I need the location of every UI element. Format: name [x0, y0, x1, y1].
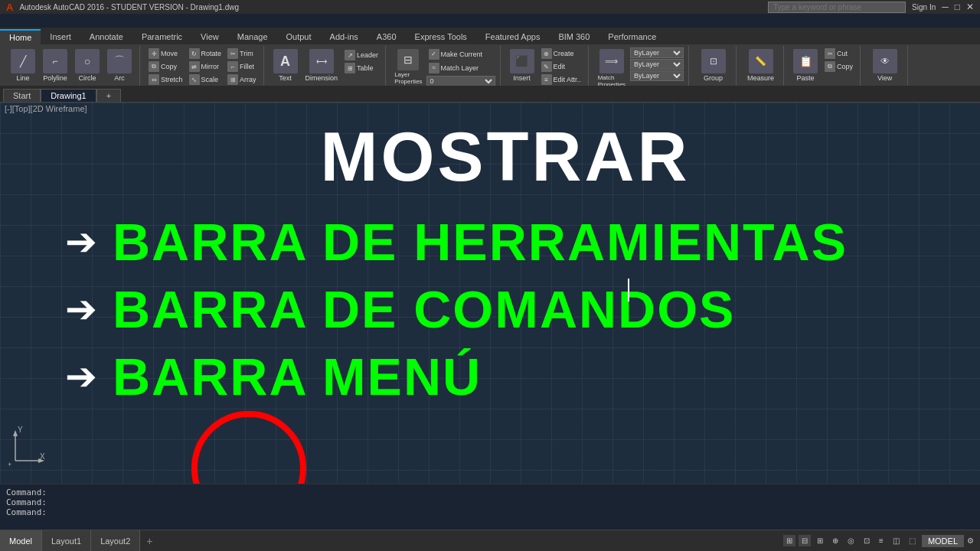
trim-button[interactable]: ✂Trim — [225, 47, 259, 60]
text-cursor — [628, 279, 629, 302]
add-tab-button[interactable]: + — [96, 89, 121, 102]
paste-button[interactable]: 📋 Paste — [790, 47, 821, 83]
match-layer-button[interactable]: ≈Match Layer — [426, 62, 495, 74]
doc-tabs: Start Drawing1 + — [0, 86, 980, 103]
text-button[interactable]: A Text — [270, 47, 301, 83]
bullet-item-1: ➔ BARRA DE HERRAMIENTAS — [65, 212, 946, 272]
title-bar: A Autodesk AutoCAD 2016 - STUDENT VERSIO… — [0, 0, 980, 14]
maximize-button[interactable]: □ — [955, 2, 960, 12]
move-button[interactable]: ✛Move — [146, 47, 185, 60]
layout1-tab[interactable]: Layout1 — [42, 530, 91, 551]
tab-featured[interactable]: Featured Apps — [476, 29, 550, 44]
array-button[interactable]: ⊞Array — [225, 73, 259, 86]
command-line-1: Command: — [6, 487, 974, 497]
match-properties-button[interactable]: ⟹ MatchProperties — [595, 47, 629, 90]
mirror-button[interactable]: ⇌Mirror — [187, 60, 224, 73]
polar-toggle[interactable]: ⊕ — [829, 535, 841, 546]
drawing1-tab[interactable]: Drawing1 — [41, 89, 96, 102]
osnap-toggle[interactable]: ◎ — [844, 535, 858, 546]
viewport-label: [-][Top][2D Wireframe] — [5, 104, 87, 113]
edit-button[interactable]: ✎Edit — [539, 60, 583, 73]
table-button[interactable]: ⊞Table — [342, 62, 381, 74]
tab-a360[interactable]: A360 — [368, 29, 406, 44]
svg-text:X: X — [40, 452, 45, 461]
line-button[interactable]: ╱ Line — [8, 47, 38, 83]
copy-button[interactable]: ⧉Copy — [146, 60, 185, 73]
tab-output[interactable]: Output — [277, 29, 321, 44]
fillet-button[interactable]: ⌐Fillet — [225, 60, 259, 73]
lineweight-toggle[interactable]: ≡ — [876, 535, 887, 546]
copy-clip-button[interactable]: ⧉Copy — [822, 60, 855, 73]
insert-button[interactable]: ⬛ Insert — [507, 47, 537, 83]
cut-button[interactable]: ✂Cut — [822, 47, 855, 60]
transparency-toggle[interactable]: ◫ — [890, 535, 903, 546]
start-tab[interactable]: Start — [3, 89, 41, 102]
tab-insert[interactable]: Insert — [41, 29, 80, 44]
tab-express[interactable]: Express Tools — [406, 29, 476, 44]
bylayer-linetype-selector[interactable]: ByLayer — [630, 59, 684, 70]
bullet-text-3: BARRA MENÚ — [113, 347, 482, 406]
tab-addins[interactable]: Add-ins — [321, 29, 368, 44]
snap-toggle[interactable]: ⊞ — [783, 535, 795, 546]
create-button[interactable]: ⊕Create — [539, 47, 583, 60]
bullet-text-2: BARRA DE COMANDOS — [113, 279, 735, 339]
tab-bim360[interactable]: BIM 360 — [549, 29, 599, 44]
bylayer-lineweight-selector[interactable]: ByLayer — [630, 70, 684, 81]
view-button[interactable]: 👁 View — [870, 47, 900, 83]
tab-manage[interactable]: Manage — [228, 29, 277, 44]
tab-performance[interactable]: Performance — [599, 29, 665, 44]
bylayer-color-selector[interactable]: ByLayer — [630, 47, 684, 58]
command-lines: Command: Command: Command: — [0, 484, 980, 520]
bullet-text-1: BARRA DE HERRAMIENTAS — [113, 212, 848, 272]
sign-in-button[interactable]: Sign In — [912, 3, 936, 11]
polyline-button[interactable]: ⌐ Polyline — [40, 47, 70, 83]
group-button[interactable]: ⊡ Group — [698, 47, 729, 83]
ribbon-tabs: Home Insert Annotate Parametric View Man… — [0, 28, 980, 44]
tab-parametric[interactable]: Parametric — [132, 29, 191, 44]
arrow-icon-1: ➔ — [65, 223, 97, 261]
tab-home[interactable]: Home — [0, 29, 41, 44]
main-content-area: MOSTRAR ➔ BARRA DE HERRAMIENTAS ➔ BARRA … — [0, 118, 980, 414]
minimize-button[interactable]: ─ — [942, 2, 949, 12]
model-tab[interactable]: Model — [0, 530, 42, 551]
workspace-settings[interactable]: ⚙ — [967, 536, 974, 545]
dynamic-toggle[interactable]: ⊡ — [861, 535, 873, 546]
arrow-icon-3: ➔ — [65, 357, 97, 396]
command-area: Command: Command: Command: — [0, 484, 980, 530]
svg-text:+: + — [8, 461, 11, 468]
scale-button[interactable]: ⤡Scale — [187, 73, 224, 86]
selection-toggle[interactable]: ⬚ — [906, 535, 919, 546]
tab-view[interactable]: View — [191, 29, 228, 44]
arrow-icon-2: ➔ — [65, 290, 97, 328]
title-text: Autodesk AutoCAD 2016 - STUDENT VERSION … — [19, 3, 239, 11]
layer-selector[interactable]: 0 — [426, 76, 495, 86]
model-button[interactable]: MODEL — [922, 535, 964, 547]
status-right: ⊞ ⊟ ⊞ ⊕ ◎ ⊡ ≡ ◫ ⬚ MODEL ⚙ — [783, 535, 980, 547]
command-line-2: Command: — [6, 497, 974, 507]
add-layout-button[interactable]: + — [140, 532, 158, 550]
grid-toggle[interactable]: ⊟ — [799, 535, 811, 546]
layer-properties-button[interactable]: ⊟ LayerProperties — [392, 47, 424, 86]
leader-button[interactable]: ↗Leader — [342, 49, 381, 61]
command-line-3: Command: — [6, 507, 974, 517]
app-logo: A — [6, 2, 13, 13]
layout2-tab[interactable]: Layout2 — [91, 530, 140, 551]
arc-button[interactable]: ⌒ Arc — [104, 47, 135, 83]
dimension-button[interactable]: ⟷ Dimension — [302, 47, 341, 83]
search-input[interactable] — [768, 2, 906, 13]
circle-button[interactable]: ○ Circle — [72, 47, 103, 83]
ortho-toggle[interactable]: ⊞ — [814, 535, 826, 546]
drawing-area[interactable]: MOSTRAR ➔ BARRA DE HERRAMIENTAS ➔ BARRA … — [0, 103, 980, 530]
tab-annotate[interactable]: Annotate — [80, 29, 132, 44]
stretch-button[interactable]: ⇔Stretch — [146, 73, 185, 86]
rotate-button[interactable]: ↻Rotate — [187, 47, 224, 60]
ucs-icon: Y X + — [8, 422, 46, 468]
edit-attributes-button[interactable]: ≡Edit Attr.. — [539, 73, 583, 86]
close-button[interactable]: ✕ — [966, 2, 974, 12]
main-title: MOSTRAR — [321, 118, 691, 197]
svg-text:Y: Y — [18, 425, 23, 434]
measure-button[interactable]: 📏 Measure — [744, 47, 777, 83]
status-bar: Model Layout1 Layout2 + ⊞ ⊟ ⊞ ⊕ ◎ ⊡ ≡ ◫ … — [0, 530, 980, 551]
make-current-button[interactable]: ✓Make Current — [426, 48, 495, 60]
bullet-item-3: ➔ BARRA MENÚ — [65, 347, 946, 406]
